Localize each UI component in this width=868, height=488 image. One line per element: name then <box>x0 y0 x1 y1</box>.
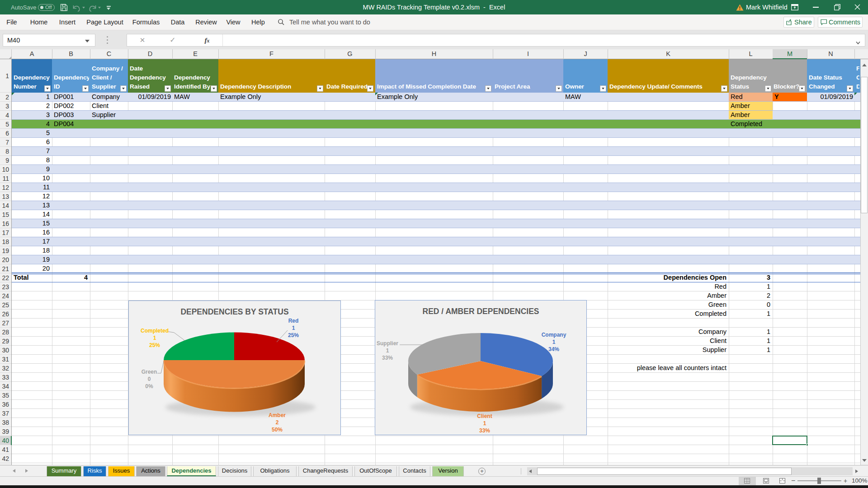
svg-text:RED / AMBER DEPENDENCIES: RED / AMBER DEPENDENCIES <box>423 307 539 316</box>
svg-text:DEPENDENCIES BY STATUS: DEPENDENCIES BY STATUS <box>180 307 288 316</box>
